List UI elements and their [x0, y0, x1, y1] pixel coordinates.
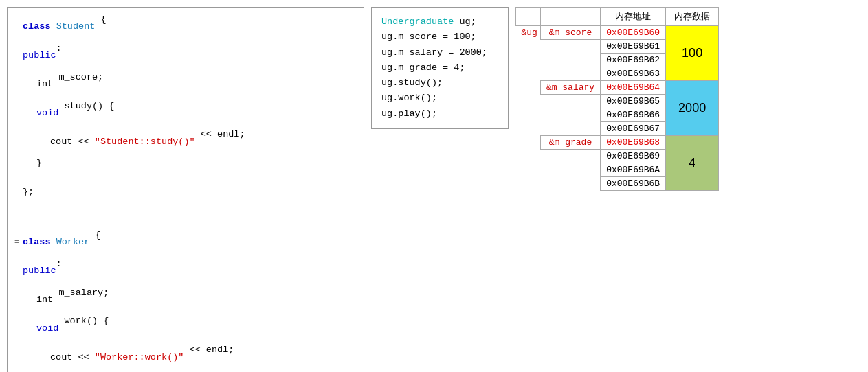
col-header-data: 内存数据: [666, 8, 719, 26]
fold-marker: =: [14, 21, 23, 33]
addr-cell: 0x00E69B66: [601, 108, 666, 122]
value-100: 100: [666, 26, 719, 81]
m-score-label: &m_score: [540, 26, 600, 40]
addr-cell: 0x00E69B69: [601, 150, 666, 163]
table-row: &m_salary 0x00E69B64 2000: [516, 81, 719, 95]
code-line: =class Worker {: [14, 229, 357, 257]
code-panel: =class Student { public: int m_score; vo…: [7, 7, 364, 372]
addr-cell: 0x00E69B60: [601, 26, 666, 40]
addr-cell: 0x00E69B67: [601, 122, 666, 136]
addr-cell: 0x00E69B6B: [601, 177, 666, 191]
addr-cell: 0x00E69B65: [601, 95, 666, 108]
value-2000: 2000: [666, 81, 719, 136]
middle-panel: Undergraduate ug; ug.m_score = 100; ug.m…: [371, 7, 509, 129]
addr-cell: 0x00E69B64: [601, 81, 666, 95]
middle-line: ug.play();: [381, 106, 498, 121]
col-header-empty1: [516, 8, 541, 26]
memory-table: 内存地址 内存数据 &ug &m_score 0x00E69B60 100 0x…: [515, 7, 719, 191]
middle-line: ug.work();: [381, 91, 498, 106]
code-line: };: [14, 185, 357, 214]
code-line: void work() {: [14, 314, 357, 343]
m-salary-label: &m_salary: [540, 81, 600, 95]
code-line: cout << "Worker::work()" << endl;: [14, 343, 357, 372]
middle-line: ug.m_score = 100;: [381, 30, 498, 45]
code-line: void study() {: [14, 100, 357, 128]
addr-cell: 0x00E69B63: [601, 67, 666, 81]
m-grade-label: &m_grade: [540, 136, 600, 150]
code-line: [14, 214, 357, 229]
code-line: public:: [14, 42, 357, 71]
middle-line: ug.m_grade = 4;: [381, 60, 498, 75]
middle-line: ug.study();: [381, 75, 498, 91]
table-row: &m_grade 0x00E69B68 4: [516, 136, 719, 150]
ug-label-cell: &ug: [516, 26, 541, 40]
middle-line: Undergraduate ug;: [381, 14, 498, 30]
value-4: 4: [666, 136, 719, 191]
addr-cell: 0x00E69B62: [601, 54, 666, 67]
middle-line: ug.m_salary = 2000;: [381, 45, 498, 60]
col-header-empty2: [540, 8, 600, 26]
col-header-addr: 内存地址: [601, 8, 666, 26]
code-line: cout << "Student::study()" << endl;: [14, 128, 357, 156]
code-line: int m_salary;: [14, 286, 357, 315]
addr-cell: 0x00E69B61: [601, 40, 666, 54]
code-line: public:: [14, 257, 357, 286]
table-row: &ug &m_score 0x00E69B60 100: [516, 26, 719, 40]
code-line: }: [14, 156, 357, 185]
addr-cell: 0x00E69B68: [601, 136, 666, 150]
code-line: =class Student {: [14, 13, 357, 42]
code-line: int m_score;: [14, 71, 357, 100]
addr-cell: 0x00E69B6A: [601, 163, 666, 177]
